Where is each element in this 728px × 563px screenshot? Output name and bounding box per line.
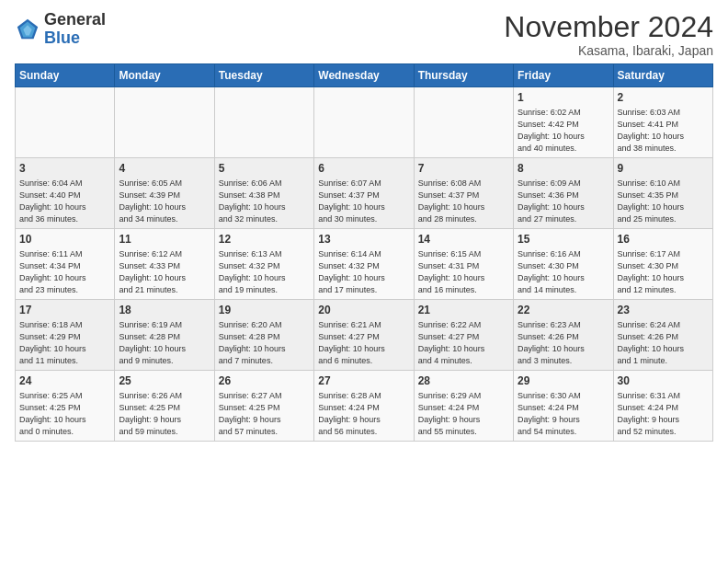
day-number: 1	[518, 90, 609, 106]
day-number: 11	[119, 232, 210, 247]
day-info: Sunrise: 6:28 AMSunset: 4:24 PMDaylight:…	[318, 390, 409, 438]
day-info: Sunrise: 6:06 AMSunset: 4:38 PMDaylight:…	[219, 178, 310, 225]
day-number: 28	[418, 373, 509, 389]
location-subtitle: Kasama, Ibaraki, Japan	[504, 43, 713, 58]
weekday-header-saturday: Saturday	[613, 64, 712, 87]
day-number: 30	[618, 373, 709, 389]
weekday-header-tuesday: Tuesday	[214, 64, 313, 87]
logo-blue: Blue	[44, 29, 80, 47]
calendar-cell: 15Sunrise: 6:16 AMSunset: 4:30 PMDayligh…	[514, 229, 613, 300]
day-number: 25	[119, 373, 210, 389]
calendar-week-row: 10Sunrise: 6:11 AMSunset: 4:34 PMDayligh…	[16, 229, 713, 300]
calendar-cell: 4Sunrise: 6:05 AMSunset: 4:39 PMDaylight…	[115, 158, 214, 229]
calendar-cell: 26Sunrise: 6:27 AMSunset: 4:25 PMDayligh…	[214, 371, 313, 442]
day-number: 26	[219, 373, 310, 389]
day-info: Sunrise: 6:05 AMSunset: 4:39 PMDaylight:…	[119, 178, 210, 225]
logo-text: General Blue	[44, 11, 106, 48]
day-info: Sunrise: 6:26 AMSunset: 4:25 PMDaylight:…	[119, 390, 210, 438]
day-number: 24	[19, 373, 110, 389]
calendar-week-row: 3Sunrise: 6:04 AMSunset: 4:40 PMDaylight…	[16, 158, 713, 229]
logo: General Blue	[15, 11, 106, 48]
day-info: Sunrise: 6:17 AMSunset: 4:30 PMDaylight:…	[618, 248, 709, 296]
calendar-cell: 2Sunrise: 6:03 AMSunset: 4:41 PMDaylight…	[613, 87, 712, 158]
day-info: Sunrise: 6:25 AMSunset: 4:25 PMDaylight:…	[19, 390, 110, 438]
day-number: 3	[19, 161, 110, 177]
day-info: Sunrise: 6:14 AMSunset: 4:32 PMDaylight:…	[318, 248, 409, 296]
logo-general: General	[44, 10, 106, 29]
day-info: Sunrise: 6:15 AMSunset: 4:31 PMDaylight:…	[418, 248, 509, 296]
calendar-table: SundayMondayTuesdayWednesdayThursdayFrid…	[15, 63, 713, 442]
day-number: 23	[618, 303, 709, 318]
weekday-header-thursday: Thursday	[414, 64, 513, 87]
weekday-header-sunday: Sunday	[16, 64, 115, 87]
day-number: 22	[518, 303, 609, 318]
day-info: Sunrise: 6:13 AMSunset: 4:32 PMDaylight:…	[219, 248, 310, 296]
day-number: 9	[618, 161, 709, 177]
calendar-cell: 23Sunrise: 6:24 AMSunset: 4:26 PMDayligh…	[613, 300, 712, 371]
calendar-cell: 1Sunrise: 6:02 AMSunset: 4:42 PMDaylight…	[514, 87, 613, 158]
day-number: 19	[219, 303, 310, 318]
calendar-cell: 19Sunrise: 6:20 AMSunset: 4:28 PMDayligh…	[214, 300, 313, 371]
day-info: Sunrise: 6:10 AMSunset: 4:35 PMDaylight:…	[618, 178, 709, 225]
calendar-cell: 13Sunrise: 6:14 AMSunset: 4:32 PMDayligh…	[314, 229, 414, 300]
calendar-cell	[314, 87, 414, 158]
day-info: Sunrise: 6:18 AMSunset: 4:29 PMDaylight:…	[19, 319, 110, 367]
calendar-week-row: 17Sunrise: 6:18 AMSunset: 4:29 PMDayligh…	[16, 300, 713, 371]
calendar-cell: 20Sunrise: 6:21 AMSunset: 4:27 PMDayligh…	[314, 300, 414, 371]
day-number: 8	[518, 161, 609, 177]
logo-icon	[15, 17, 40, 42]
weekday-header-row: SundayMondayTuesdayWednesdayThursdayFrid…	[16, 64, 713, 87]
day-info: Sunrise: 6:16 AMSunset: 4:30 PMDaylight:…	[518, 248, 609, 296]
calendar-header: SundayMondayTuesdayWednesdayThursdayFrid…	[16, 64, 713, 87]
day-number: 5	[219, 161, 310, 177]
day-number: 20	[318, 303, 409, 318]
calendar-cell: 12Sunrise: 6:13 AMSunset: 4:32 PMDayligh…	[214, 229, 313, 300]
day-number: 17	[19, 303, 110, 318]
day-info: Sunrise: 6:31 AMSunset: 4:24 PMDaylight:…	[618, 390, 709, 438]
day-number: 10	[19, 232, 110, 247]
calendar-cell	[214, 87, 313, 158]
day-number: 12	[219, 232, 310, 247]
day-info: Sunrise: 6:04 AMSunset: 4:40 PMDaylight:…	[19, 178, 110, 225]
calendar-cell: 17Sunrise: 6:18 AMSunset: 4:29 PMDayligh…	[16, 300, 115, 371]
day-number: 7	[418, 161, 509, 177]
day-number: 21	[418, 303, 509, 318]
calendar-cell: 24Sunrise: 6:25 AMSunset: 4:25 PMDayligh…	[16, 371, 115, 442]
day-info: Sunrise: 6:11 AMSunset: 4:34 PMDaylight:…	[19, 248, 110, 296]
day-info: Sunrise: 6:03 AMSunset: 4:41 PMDaylight:…	[618, 107, 709, 155]
calendar-cell	[414, 87, 513, 158]
calendar-week-row: 24Sunrise: 6:25 AMSunset: 4:25 PMDayligh…	[16, 371, 713, 442]
day-info: Sunrise: 6:08 AMSunset: 4:37 PMDaylight:…	[418, 178, 509, 225]
day-info: Sunrise: 6:19 AMSunset: 4:28 PMDaylight:…	[119, 319, 210, 367]
day-number: 15	[518, 232, 609, 247]
day-number: 29	[518, 373, 609, 389]
calendar-cell	[115, 87, 214, 158]
day-number: 13	[318, 232, 409, 247]
day-info: Sunrise: 6:07 AMSunset: 4:37 PMDaylight:…	[318, 178, 409, 225]
calendar-cell: 18Sunrise: 6:19 AMSunset: 4:28 PMDayligh…	[115, 300, 214, 371]
day-info: Sunrise: 6:23 AMSunset: 4:26 PMDaylight:…	[518, 319, 609, 367]
weekday-header-monday: Monday	[115, 64, 214, 87]
day-info: Sunrise: 6:20 AMSunset: 4:28 PMDaylight:…	[219, 319, 310, 367]
day-info: Sunrise: 6:22 AMSunset: 4:27 PMDaylight:…	[418, 319, 509, 367]
calendar-cell: 6Sunrise: 6:07 AMSunset: 4:37 PMDaylight…	[314, 158, 414, 229]
day-number: 18	[119, 303, 210, 318]
calendar-cell: 14Sunrise: 6:15 AMSunset: 4:31 PMDayligh…	[414, 229, 513, 300]
calendar-cell: 5Sunrise: 6:06 AMSunset: 4:38 PMDaylight…	[214, 158, 313, 229]
calendar-cell: 21Sunrise: 6:22 AMSunset: 4:27 PMDayligh…	[414, 300, 513, 371]
day-number: 14	[418, 232, 509, 247]
day-info: Sunrise: 6:21 AMSunset: 4:27 PMDaylight:…	[318, 319, 409, 367]
calendar-cell: 7Sunrise: 6:08 AMSunset: 4:37 PMDaylight…	[414, 158, 513, 229]
header: General Blue November 2024 Kasama, Ibara…	[15, 11, 713, 58]
day-number: 4	[119, 161, 210, 177]
day-info: Sunrise: 6:29 AMSunset: 4:24 PMDaylight:…	[418, 390, 509, 438]
month-title: November 2024	[504, 11, 713, 43]
day-number: 2	[618, 90, 709, 106]
page-container: General Blue November 2024 Kasama, Ibara…	[0, 0, 728, 449]
title-block: November 2024 Kasama, Ibaraki, Japan	[504, 11, 713, 58]
calendar-cell: 29Sunrise: 6:30 AMSunset: 4:24 PMDayligh…	[514, 371, 613, 442]
calendar-cell: 9Sunrise: 6:10 AMSunset: 4:35 PMDaylight…	[613, 158, 712, 229]
day-info: Sunrise: 6:09 AMSunset: 4:36 PMDaylight:…	[518, 178, 609, 225]
day-info: Sunrise: 6:12 AMSunset: 4:33 PMDaylight:…	[119, 248, 210, 296]
calendar-cell: 25Sunrise: 6:26 AMSunset: 4:25 PMDayligh…	[115, 371, 214, 442]
